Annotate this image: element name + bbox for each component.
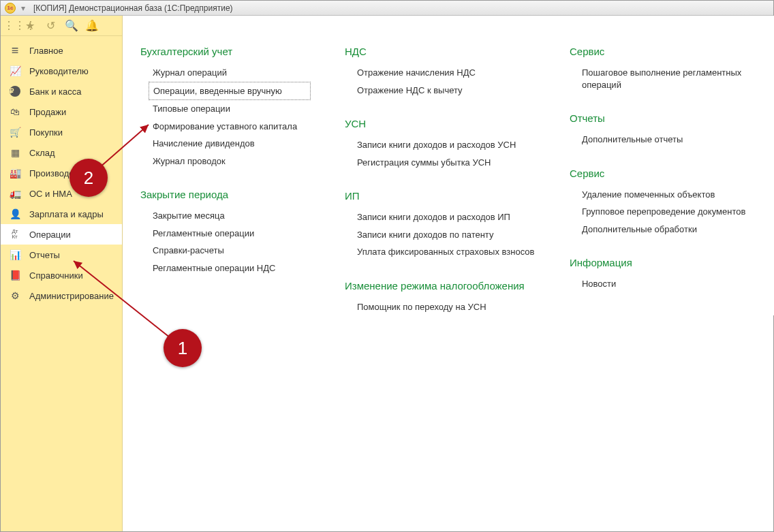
- menu-link[interactable]: Закрытие месяца: [140, 207, 311, 225]
- star-icon[interactable]: ★: [24, 19, 36, 32]
- factory-icon: 🏭: [9, 167, 21, 179]
- column-1: Бухгалтерский учетЖурнал операцийОпераци…: [140, 43, 311, 277]
- nav-item-dtkt[interactable]: ДтКтОперации: [1, 224, 122, 245]
- column-3: СервисПошаговое выполнение регламентных …: [570, 43, 774, 293]
- history-icon[interactable]: ↺: [44, 19, 57, 32]
- group-heading: Закрытие периода: [140, 189, 311, 200]
- group-heading: НДС: [345, 46, 536, 57]
- sidebar: ⋮⋮⋮ ★ ↺ 🔍 🔔 ≡Главное📈Руководителю₽Банк и…: [1, 16, 123, 531]
- menu-link[interactable]: Дополнительные обработки: [570, 221, 774, 238]
- group-heading: ИП: [345, 190, 536, 202]
- group-heading: Изменение режима налогообложения: [345, 280, 536, 292]
- nav-item-gear[interactable]: ⚙Администрирование: [1, 285, 122, 306]
- sidebar-toolbar: ⋮⋮⋮ ★ ↺ 🔍 🔔: [1, 16, 122, 36]
- chart-icon: 📈: [9, 65, 21, 77]
- group-heading: Сервис: [570, 46, 774, 57]
- app-icon: 1c: [5, 3, 16, 14]
- content: Бухгалтерский учетЖурнал операцийОпераци…: [123, 16, 774, 315]
- nav-item-book[interactable]: 📕Справочники: [1, 265, 122, 285]
- menu-link[interactable]: Начисление дивидендов: [140, 135, 311, 153]
- bars-icon: 📊: [9, 249, 21, 261]
- group-heading: УСН: [345, 118, 536, 129]
- nav-item-chart[interactable]: 📈Руководителю: [1, 61, 122, 81]
- column-2: НДСОтражение начисления НДСОтражение НДС…: [345, 43, 536, 315]
- apps-icon[interactable]: ⋮⋮⋮: [3, 19, 16, 32]
- ruble-icon: ₽: [9, 85, 21, 97]
- menu-icon: ≡: [9, 44, 21, 57]
- cart-icon: 🛒: [9, 126, 21, 138]
- menu-link[interactable]: Регламентные операции НДС: [140, 260, 311, 277]
- menu-link[interactable]: Удаление помеченных объектов: [570, 186, 774, 204]
- nav-item-menu[interactable]: ≡Главное: [1, 40, 122, 61]
- menu-link[interactable]: Журнал операций: [140, 64, 311, 82]
- nav-item-label: Главное: [29, 46, 114, 56]
- menu-link[interactable]: Регламентные операции: [140, 225, 311, 242]
- annotation-badge-1: 1: [164, 329, 202, 367]
- menu-link[interactable]: Журнал проводок: [140, 153, 311, 170]
- nav-item-label: Продажи: [29, 107, 114, 117]
- gear-icon: ⚙: [9, 290, 21, 302]
- nav-item-label: Банк и касса: [29, 87, 114, 97]
- nav-item-label: Администрирование: [29, 291, 114, 301]
- menu-link[interactable]: Групповое перепроведение документов: [570, 203, 774, 221]
- nav-item-label: Отчеты: [29, 250, 114, 260]
- book-icon: 📕: [9, 269, 21, 281]
- dtkt-icon: ДтКт: [9, 228, 21, 240]
- truck-icon: 🚛: [9, 187, 21, 200]
- nav-item-cart[interactable]: 🛒Покупки: [1, 122, 122, 142]
- nav-item-bars[interactable]: 📊Отчеты: [1, 245, 122, 265]
- menu-link[interactable]: Отражение НДС к вычету: [345, 82, 536, 99]
- nav-item-label: Покупки: [29, 127, 114, 138]
- annotation-badge-2: 2: [69, 159, 108, 197]
- menu-link[interactable]: Справки-расчеты: [140, 242, 311, 260]
- titlebar: 1c ▾ [КОПИЯ] Демонстрационная база (1С:П…: [1, 1, 773, 16]
- menu-link[interactable]: Отражение начисления НДС: [345, 64, 536, 82]
- menu-link[interactable]: Регистрация суммы убытка УСН: [345, 154, 536, 172]
- nav-item-label: Справочники: [29, 270, 114, 281]
- menu-link[interactable]: Формирование уставного капитала: [140, 118, 311, 136]
- group-heading: Информация: [570, 257, 774, 268]
- boxes-icon: ▦: [9, 146, 21, 159]
- bell-icon[interactable]: 🔔: [85, 19, 97, 32]
- window-title: [КОПИЯ] Демонстрационная база (1С:Предпр…: [33, 3, 233, 13]
- group-heading: Сервис: [570, 168, 774, 179]
- search-icon[interactable]: 🔍: [65, 19, 77, 32]
- group-heading: Отчеты: [570, 112, 774, 124]
- menu-link[interactable]: Операции, введенные вручную: [149, 82, 311, 101]
- nav-item-label: Операции: [29, 230, 114, 240]
- nav-item-label: Зарплата и кадры: [29, 209, 114, 219]
- menu-link[interactable]: Записи книги доходов и расходов ИП: [345, 208, 536, 226]
- menu-link[interactable]: Дополнительные отчеты: [570, 131, 774, 148]
- menu-link[interactable]: Уплата фиксированных страховых взносов: [345, 243, 536, 261]
- group-heading: Бухгалтерский учет: [140, 46, 311, 57]
- nav-item-label: Руководителю: [29, 66, 114, 76]
- nav-item-person[interactable]: 👤Зарплата и кадры: [1, 204, 122, 224]
- menu-link[interactable]: Новости: [570, 275, 774, 293]
- nav-item-ruble[interactable]: ₽Банк и касса: [1, 81, 122, 101]
- person-icon: 👤: [9, 208, 21, 220]
- menu-link[interactable]: Пошаговое выполнение регламентных операц…: [570, 64, 774, 93]
- menu-link[interactable]: Записи книги доходов и расходов УСН: [345, 136, 536, 154]
- nav-item-boxes[interactable]: ▦Склад: [1, 142, 122, 163]
- titlebar-dropdown-icon[interactable]: ▾: [18, 3, 28, 13]
- bag-icon: 🛍: [9, 106, 21, 118]
- nav-item-label: Склад: [29, 148, 114, 158]
- menu-link[interactable]: Типовые операции: [140, 100, 311, 118]
- menu-link[interactable]: Записи книги доходов по патенту: [345, 226, 536, 244]
- nav-item-bag[interactable]: 🛍Продажи: [1, 101, 122, 122]
- menu-link[interactable]: Помощник по переходу на УСН: [345, 298, 536, 316]
